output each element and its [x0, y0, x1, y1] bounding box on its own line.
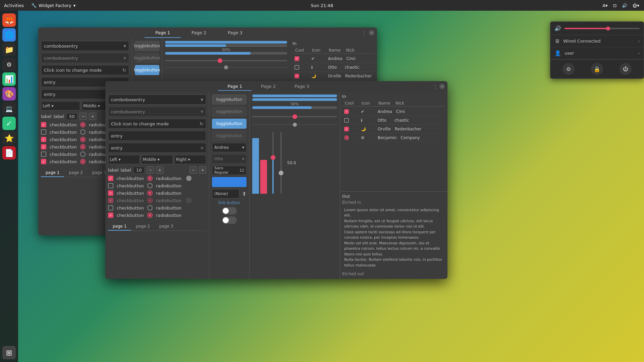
popup-lock-button[interactable]: 🔒	[591, 63, 603, 75]
fg-check4[interactable]: ✓	[108, 198, 113, 203]
window-button[interactable]: ⊡	[612, 3, 618, 8]
fg-vert-slider2[interactable]	[280, 132, 282, 194]
bg-tree-cool2[interactable]	[292, 65, 309, 70]
bg-refresh-icon[interactable]: ↻	[122, 68, 126, 73]
fg-decrement[interactable]: −	[147, 166, 154, 174]
fg-entry1[interactable]: entry	[108, 131, 206, 141]
dock-settings[interactable]: ⚙	[2, 58, 16, 71]
fg-slider-thumb1[interactable]	[292, 114, 297, 119]
bg-toggle2[interactable]: togglebutton	[135, 53, 159, 63]
dock-check[interactable]: ✓	[2, 117, 16, 130]
fg-radio4[interactable]	[147, 198, 153, 203]
bg-check3[interactable]: ✓	[41, 137, 46, 142]
fg-tree-cool4[interactable]	[344, 135, 349, 140]
app-menu[interactable]: 🔧 Widget Factory ▾	[28, 3, 79, 8]
fg-toggle3[interactable]: togglebutton	[212, 119, 247, 129]
fg-tree-cool3[interactable]: ✓	[344, 127, 349, 131]
fg-check5[interactable]	[108, 205, 113, 210]
fg-check1[interactable]: ✓	[108, 176, 113, 181]
bg-check4[interactable]: ✓	[41, 144, 46, 149]
fg-nb-tab3[interactable]: page 3	[155, 223, 178, 231]
power-button[interactable]: ⏻▾	[631, 3, 641, 8]
popup-settings-button[interactable]: ⚙	[562, 63, 575, 75]
fg-nb-tab2[interactable]: page 2	[131, 223, 154, 231]
volume-button[interactable]: 🔊	[621, 3, 629, 8]
fg-slider-thumb2[interactable]	[293, 123, 297, 127]
fg-radio2[interactable]	[147, 183, 153, 188]
bg-tab-page2[interactable]: Page 2	[181, 28, 217, 38]
bg-slider-thumb[interactable]	[218, 58, 222, 63]
dock-chrome[interactable]: 🌐	[2, 28, 16, 42]
bg-combobox2[interactable]: comboboxentry ▼	[41, 53, 129, 63]
fg-font-display[interactable]: Sans Regular 12	[212, 166, 247, 175]
popup-volume-thumb[interactable]	[606, 26, 610, 31]
fg-radio6[interactable]	[147, 213, 153, 218]
bg-check6[interactable]: ✓	[41, 159, 46, 164]
fg-refresh-icon[interactable]: ↻	[200, 121, 203, 126]
bg-radio4[interactable]	[80, 144, 86, 149]
fg-upload-icon[interactable]: ⬆	[242, 191, 247, 197]
fg-entry2[interactable]: entry ✕	[108, 143, 206, 153]
fg-combobox2[interactable]: comboboxentry ▼	[108, 107, 206, 117]
fg-radio5[interactable]	[147, 205, 153, 210]
fg-increment2[interactable]: +	[199, 166, 206, 174]
dock-pdf[interactable]: 📄	[2, 146, 16, 160]
bg-combobox1[interactable]: comboboxentry ▼	[41, 41, 129, 51]
fg-tab-page2[interactable]: Page 2	[252, 82, 285, 91]
fg-tab-page3[interactable]: Page 3	[285, 82, 319, 91]
fg-color-swatch[interactable]	[212, 177, 247, 187]
dock-files[interactable]: 📁	[2, 43, 16, 56]
bg-tree-cool3[interactable]: ✓	[292, 74, 309, 78]
bg-slider-horiz2[interactable]	[165, 67, 287, 68]
fg-andrea-select[interactable]: Andrea ▾	[212, 143, 247, 152]
fg-tab-page1[interactable]: Page 1	[218, 82, 252, 91]
fg-radio3[interactable]	[147, 190, 153, 196]
fg-right-align[interactable]: Right▾	[174, 155, 206, 164]
fg-toggle-switch1[interactable]	[222, 207, 237, 215]
fg-toggle1[interactable]: togglebutton	[212, 95, 247, 105]
bg-nb-tab1[interactable]: page 1	[41, 169, 64, 177]
dock-star[interactable]: ⭐	[2, 131, 16, 145]
fg-vert-thumb2[interactable]	[279, 171, 283, 175]
bg-close-button[interactable]: ✕	[369, 30, 374, 36]
fg-vert-thumb1[interactable]	[271, 155, 275, 160]
fg-combobox1[interactable]: comboboxentry ▼	[108, 95, 206, 105]
fg-decrement2[interactable]: −	[190, 166, 197, 174]
fg-slider-horiz1[interactable]	[252, 116, 337, 117]
fg-close-button[interactable]: ✕	[439, 84, 445, 89]
fg-left-align[interactable]: Left▾	[108, 155, 140, 164]
popup-user-item[interactable]: 👤 user ›	[550, 47, 644, 59]
bg-slider-horiz[interactable]	[165, 60, 287, 61]
fg-link-button[interactable]: link button	[212, 200, 247, 205]
bg-check1[interactable]: ✓	[41, 122, 46, 127]
dock-monitor[interactable]: 📊	[2, 72, 16, 86]
text-size-button[interactable]: A▾	[601, 3, 609, 8]
fg-tree-cool2[interactable]	[344, 118, 349, 123]
fg-middle-align[interactable]: Middle▾	[141, 155, 173, 164]
bg-radio6[interactable]	[80, 159, 86, 164]
bg-radio1[interactable]	[80, 122, 86, 127]
bg-toggle1[interactable]: togglebutton	[135, 41, 159, 51]
fg-increment[interactable]: +	[156, 166, 163, 174]
dock-grid[interactable]: ⊞	[2, 346, 16, 359]
dock-paint[interactable]: 🎨	[2, 87, 16, 101]
fg-toggle2[interactable]: togglebutton	[212, 107, 247, 117]
fg-toggle4[interactable]: togglebutton	[212, 131, 247, 141]
popup-wired-item[interactable]: 🖥 Wired Connected ›	[550, 35, 644, 47]
fg-toggle-circle1[interactable]	[186, 176, 192, 181]
popup-power-button[interactable]: ⏻	[620, 63, 632, 75]
fg-slider-horiz2[interactable]	[252, 124, 337, 125]
dock-firefox[interactable]: 🦊	[2, 13, 16, 27]
bg-radio2[interactable]	[80, 129, 86, 135]
dock-dev[interactable]: 💻	[2, 102, 16, 115]
fg-check6[interactable]: ✓	[108, 213, 113, 218]
fg-tree-cool1[interactable]: ✓	[344, 109, 349, 114]
bg-menu-icon[interactable]: ⋮	[362, 30, 367, 36]
fg-nb-tab1[interactable]: page 1	[108, 223, 131, 231]
fg-vert-slider1[interactable]	[272, 132, 274, 194]
fg-entry-clear[interactable]: ✕	[200, 145, 204, 150]
bg-left-align[interactable]: Left▾	[41, 101, 80, 111]
fg-check2[interactable]	[108, 183, 113, 188]
bg-increment[interactable]: +	[89, 113, 96, 120]
fg-check3[interactable]: ✓	[108, 190, 113, 196]
